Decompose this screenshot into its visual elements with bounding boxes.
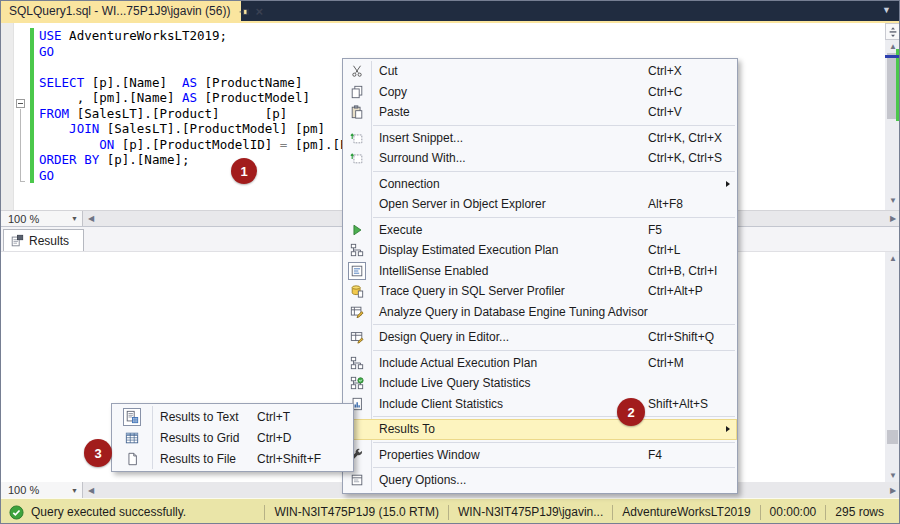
menu-item-shortcut: Shift+Alt+S <box>648 397 737 411</box>
code-line: GO <box>39 44 881 60</box>
code-token: [SalesLT].[Product] [p] <box>69 106 287 121</box>
results-scroll-thumb[interactable] <box>887 430 898 444</box>
menu-item-results-to-file[interactable]: Results to FileCtrl+Shift+F <box>112 448 353 469</box>
code-token: AS <box>182 90 197 105</box>
menu-item-cut[interactable]: CutCtrl+X <box>343 61 737 82</box>
menu-item-icon-cell <box>343 85 371 99</box>
paste-icon <box>350 105 364 119</box>
menu-item-query-options[interactable]: Query Options... <box>343 470 737 491</box>
menu-item-icon-cell <box>343 305 371 319</box>
menu-item-execute[interactable]: ExecuteF5 <box>343 220 737 241</box>
menu-separator <box>373 350 735 351</box>
scroll-right-icon[interactable]: ▶ <box>885 486 900 495</box>
menu-item-label: Properties Window <box>371 448 648 462</box>
status-right-segments: WIN-N3IT475P1J9 (15.0 RTM)WIN-N3IT475P1J… <box>264 499 893 524</box>
menu-item-paste[interactable]: PasteCtrl+V <box>343 102 737 123</box>
menu-item-icon-cell <box>112 452 152 466</box>
menu-item-intellisense-enabled[interactable]: IntelliSense EnabledCtrl+B, Ctrl+I <box>343 261 737 282</box>
menu-item-icon-cell <box>343 473 371 487</box>
menu-item-shortcut: Ctrl+X <box>648 64 737 78</box>
document-tab-strip: SQLQuery1.sql - WI...75P1J9\jgavin (56))… <box>1 1 900 23</box>
tab-list-dropdown-icon[interactable]: ▼ <box>882 5 891 15</box>
menu-item-open-server-in-object-explorer[interactable]: Open Server in Object ExplorerAlt+F8 <box>343 194 737 215</box>
ssms-window: SQLQuery1.sql - WI...75P1J9\jgavin (56))… <box>0 0 900 524</box>
menu-item-label: Analyze Query in Database Engine Tuning … <box>371 305 648 319</box>
menu-item-label: Include Client Statistics <box>371 397 648 411</box>
menu-item-trace-query-in-sql-server-profiler[interactable]: Trace Query in SQL Server ProfilerCtrl+A… <box>343 281 737 302</box>
menu-separator <box>373 125 735 126</box>
menu-item-label: Include Actual Execution Plan <box>371 356 648 370</box>
change-annotation-marks <box>896 49 900 121</box>
menu-item-icon-cell <box>343 151 371 165</box>
code-token: ORDER BY <box>39 152 99 167</box>
menu-item-icon-cell <box>343 356 371 370</box>
editor-zoom-dropdown[interactable]: 100 % ▼ <box>1 211 83 227</box>
menu-item-icon-cell <box>343 376 371 390</box>
menu-item-connection[interactable]: Connection <box>343 174 737 195</box>
status-segment: 00:00:00 <box>761 505 826 519</box>
menu-item-include-actual-execution-plan[interactable]: Include Actual Execution PlanCtrl+M <box>343 353 737 374</box>
editor-vertical-scrollbar[interactable]: ▲ ▼ <box>885 23 900 210</box>
menu-item-properties-window[interactable]: Properties WindowF4 <box>343 445 737 466</box>
scroll-down-icon[interactable]: ▼ <box>885 469 900 483</box>
menu-item-results-to[interactable]: Results To <box>343 419 737 440</box>
collapse-toggle-icon[interactable] <box>16 99 25 108</box>
scroll-down-icon[interactable]: ▼ <box>885 194 900 208</box>
close-icon[interactable]: × <box>255 5 263 18</box>
menu-item-icon-cell <box>343 131 371 145</box>
menu-item-include-client-statistics[interactable]: Include Client StatisticsShift+Alt+S <box>343 394 737 415</box>
menu-item-label: Display Estimated Execution Plan <box>371 243 648 257</box>
menu-item-results-to-grid[interactable]: Results to GridCtrl+D <box>112 427 353 448</box>
code-line: USE AdventureWorksLT2019; <box>39 28 881 44</box>
menu-item-shortcut: Ctrl+V <box>648 105 737 119</box>
menu-item-label: Query Options... <box>371 473 648 487</box>
menu-item-analyze-query-in-database-engine-tuning-advisor[interactable]: Analyze Query in Database Engine Tuning … <box>343 302 737 323</box>
menu-item-label: Results to File <box>152 452 257 466</box>
results-zoom-value: 100 % <box>8 484 39 496</box>
document-tab[interactable]: SQLQuery1.sql - WI...75P1J9\jgavin (56))… <box>1 1 241 23</box>
menu-item-shortcut: Alt+F8 <box>648 197 737 211</box>
menu-item-results-to-text[interactable]: Results to TextCtrl+T <box>112 406 353 427</box>
results-zoom-dropdown[interactable]: 100 % ▼ <box>1 482 83 498</box>
menu-item-label: Insert Snippet... <box>371 131 648 145</box>
menu-item-icon-cell <box>343 105 371 119</box>
scroll-left-icon[interactable]: ◀ <box>83 214 99 223</box>
code-token: AdventureWorksLT2019; <box>62 28 228 43</box>
editor-selection-margin <box>1 23 14 210</box>
menu-item-shortcut: Ctrl+C <box>648 85 737 99</box>
menu-separator <box>373 324 735 325</box>
tab-results[interactable]: Results <box>3 229 84 251</box>
pin-icon[interactable] <box>238 4 251 18</box>
submenu-arrow-icon <box>726 426 730 432</box>
results-grid-icon <box>125 431 139 445</box>
scroll-up-icon[interactable]: ▲ <box>885 252 900 266</box>
execute-icon <box>350 223 364 237</box>
checked-state-box <box>123 408 141 426</box>
editor-zoom-value: 100 % <box>8 213 39 225</box>
menu-item-label: IntelliSense Enabled <box>371 264 648 278</box>
menu-item-icon-cell <box>343 64 371 78</box>
editor-scroll-thumb[interactable] <box>887 53 896 119</box>
menu-item-icon-cell <box>112 408 152 426</box>
menu-separator <box>373 416 735 417</box>
menu-item-display-estimated-execution-plan[interactable]: Display Estimated Execution PlanCtrl+L <box>343 240 737 261</box>
menu-item-label: Trace Query in SQL Server Profiler <box>371 284 648 298</box>
splitter-handle-icon[interactable] <box>885 23 900 40</box>
menu-item-design-query-in-editor[interactable]: Design Query in Editor...Ctrl+Shift+Q <box>343 327 737 348</box>
status-segment: 295 rows <box>826 505 893 519</box>
code-token: AS <box>182 75 197 90</box>
menu-item-surround-with[interactable]: Surround With...Ctrl+K, Ctrl+S <box>343 148 737 169</box>
menu-item-copy[interactable]: CopyCtrl+C <box>343 82 737 103</box>
code-token: , [pm].[Name] <box>39 90 182 105</box>
menu-item-include-live-query-statistics[interactable]: Include Live Query Statistics <box>343 373 737 394</box>
annotation-badge-3: 3 <box>84 439 112 467</box>
design-query-icon <box>350 330 364 344</box>
scroll-left-icon[interactable]: ◀ <box>83 486 99 495</box>
menu-item-label: Open Server in Object Explorer <box>371 197 648 211</box>
scroll-right-icon[interactable]: ▶ <box>885 214 900 223</box>
menu-separator <box>373 217 735 218</box>
menu-item-insert-snippet[interactable]: Insert Snippet...Ctrl+K, Ctrl+X <box>343 128 737 149</box>
results-file-icon <box>125 452 139 466</box>
code-token: [ProductModel] <box>197 90 310 105</box>
results-vertical-scrollbar[interactable]: ▲ ▼ <box>885 252 900 483</box>
